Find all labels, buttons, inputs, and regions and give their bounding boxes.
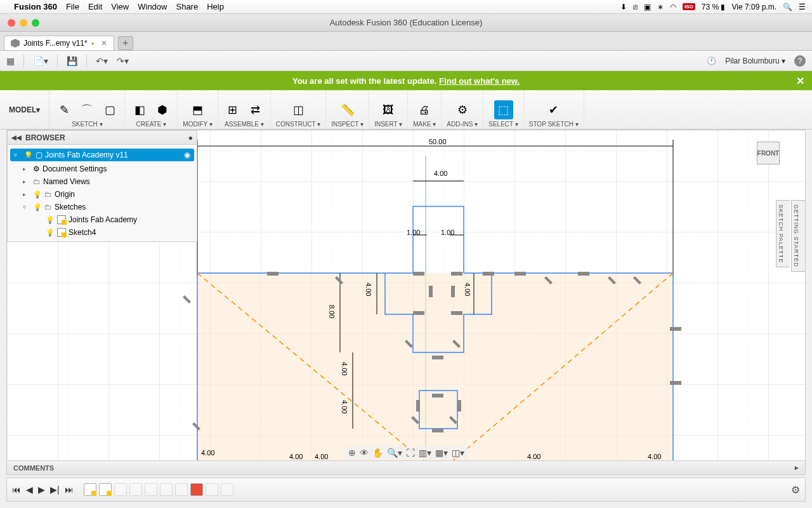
tl-next-icon[interactable]: ▶| xyxy=(50,485,60,495)
look-icon[interactable]: 👁 xyxy=(360,448,369,458)
tl-feature-6[interactable] xyxy=(160,483,173,496)
dim-b3[interactable]: 4.00 xyxy=(527,453,540,460)
ribbon-label[interactable]: ADD-INS ▾ xyxy=(447,121,478,128)
ribbon-icon[interactable]: 🖼 xyxy=(379,100,398,119)
tl-end-icon[interactable]: ⏭ xyxy=(65,485,74,495)
dim-b2[interactable]: 4.00 xyxy=(315,453,328,460)
browser-pin-icon[interactable]: ● xyxy=(188,133,193,142)
app-name[interactable]: Fusion 360 xyxy=(14,2,57,11)
tl-settings-icon[interactable]: ⚙ xyxy=(791,484,800,496)
ribbon-label[interactable]: STOP SKETCH ▾ xyxy=(529,121,579,128)
dim-clear-r[interactable]: 1.00 xyxy=(441,229,454,236)
pan-icon[interactable]: ✋ xyxy=(372,448,383,458)
tl-feature-5[interactable] xyxy=(145,483,157,496)
menu-share[interactable]: Share xyxy=(176,2,198,11)
banner-link[interactable]: Find out what's new. xyxy=(439,76,520,86)
tl-start-icon[interactable]: ⏮ xyxy=(12,485,21,495)
grid-icon[interactable]: ▦▾ xyxy=(435,448,448,458)
new-file-icon[interactable]: 📄▾ xyxy=(33,56,48,66)
ribbon-icon[interactable]: ✎ xyxy=(55,100,74,119)
ribbon-icon[interactable]: ⬚ xyxy=(494,100,513,119)
dim-in-l[interactable]: 4.00 xyxy=(365,283,372,296)
dim-overall[interactable]: 50.00 xyxy=(429,138,447,145)
ribbon-label[interactable]: CONSTRUCT ▾ xyxy=(276,121,320,128)
menu-view[interactable]: View xyxy=(111,2,129,11)
input-flag[interactable]: ISO xyxy=(683,3,695,10)
data-panel-icon[interactable]: ▦ xyxy=(6,56,15,66)
tl-feature-3[interactable] xyxy=(114,483,127,496)
ribbon-icon[interactable]: ▢ xyxy=(100,100,119,119)
fit-icon[interactable]: ⛶ xyxy=(406,448,415,458)
close-tab-icon[interactable]: ✕ xyxy=(101,39,107,48)
ribbon-label[interactable]: MAKE ▾ xyxy=(413,121,436,128)
ribbon-icon[interactable]: ⇄ xyxy=(246,100,265,119)
ribbon-label[interactable]: SKETCH ▾ xyxy=(72,121,102,128)
ribbon-label[interactable]: CREATE ▾ xyxy=(136,121,167,128)
ribbon-icon[interactable]: 📏 xyxy=(338,100,357,119)
viewport-icon[interactable]: ◫▾ xyxy=(452,448,464,458)
ribbon-label[interactable]: SELECT ▾ xyxy=(488,121,518,128)
ribbon-icon[interactable]: ⚙ xyxy=(453,100,472,119)
bluetooth-icon[interactable]: ∗ xyxy=(657,3,664,11)
ribbon-select[interactable]: ⬚SELECT ▾ xyxy=(483,90,524,129)
tree-sketch-2[interactable]: 💡Sketch4 xyxy=(8,226,197,239)
zoom-icon[interactable]: 🔍▾ xyxy=(387,448,402,458)
banner-close-icon[interactable]: ✕ xyxy=(796,75,804,87)
dim-d2[interactable]: 4.00 xyxy=(341,362,348,375)
tl-feature-10[interactable] xyxy=(221,483,233,496)
ribbon-label[interactable]: INSPECT ▾ xyxy=(331,121,363,128)
menu-file[interactable]: File xyxy=(66,2,79,11)
tl-feature-7[interactable] xyxy=(175,483,188,496)
ribbon-inspect[interactable]: 📏INSPECT ▾ xyxy=(326,90,369,129)
collapse-icon[interactable]: ◀◀ xyxy=(11,134,22,141)
clock[interactable]: Vie 7:09 p.m. xyxy=(732,3,777,11)
ribbon-sketch[interactable]: ✎⌒▢SKETCH ▾ xyxy=(49,90,125,129)
activity-icon[interactable]: 🕐 xyxy=(707,57,716,65)
orbit-icon[interactable]: ⊕ xyxy=(348,448,356,458)
palette-getting-started[interactable]: GETTING STARTED xyxy=(791,200,805,272)
menu-window[interactable]: Window xyxy=(138,2,167,11)
redo-icon[interactable]: ↷▾ xyxy=(117,56,129,66)
tl-feature-4[interactable] xyxy=(129,483,142,496)
tl-feature-9[interactable] xyxy=(206,483,218,496)
dim-b1[interactable]: 4.00 xyxy=(289,453,303,460)
dropbox-icon[interactable]: ⬇ xyxy=(620,3,627,11)
ribbon-icon[interactable]: ◧ xyxy=(130,100,149,119)
dim-b4[interactable]: 4.00 xyxy=(648,453,661,460)
ribbon-label[interactable]: INSERT ▾ xyxy=(374,121,402,128)
browser-header[interactable]: ◀◀ BROWSER ● xyxy=(8,131,197,145)
canvas[interactable]: 50.00 4.00 1.00 1.00 8.00 4.00 4.00 4.00… xyxy=(6,130,806,475)
ribbon-icon[interactable]: ✔ xyxy=(544,100,563,119)
display-icon[interactable]: ▣ xyxy=(644,3,651,11)
tl-play-icon[interactable]: ▶ xyxy=(38,485,45,495)
view-cube[interactable]: FRONT xyxy=(750,135,786,171)
dim-d3[interactable]: 4.00 xyxy=(341,400,348,413)
palette-sketch[interactable]: SKETCH PALETTE xyxy=(776,200,790,267)
dim-slot[interactable]: 4.00 xyxy=(434,170,447,177)
ribbon-icon[interactable]: ⬒ xyxy=(188,100,207,119)
ribbon-icon[interactable]: ⬢ xyxy=(153,100,172,119)
help-icon[interactable]: ? xyxy=(794,55,806,67)
menu-edit[interactable]: Edit xyxy=(88,2,102,11)
ribbon-icon[interactable]: ◫ xyxy=(289,100,308,119)
document-tab[interactable]: Joints F...emy v11* ● ✕ xyxy=(4,36,114,50)
tl-sketch-2[interactable] xyxy=(99,483,112,496)
dim-clear-l[interactable]: 1.00 xyxy=(407,229,420,236)
ribbon-stop-sketch[interactable]: ✔STOP SKETCH ▾ xyxy=(524,90,584,129)
comments-bar[interactable]: COMMENTS▸ xyxy=(7,460,805,474)
save-icon[interactable]: 💾 xyxy=(67,56,77,66)
ribbon-add-ins[interactable]: ⚙ADD-INS ▾ xyxy=(442,90,483,129)
tl-prev-icon[interactable]: ◀ xyxy=(26,485,33,495)
ribbon-construct[interactable]: ◫CONSTRUCT ▾ xyxy=(271,90,326,129)
ribbon-create[interactable]: ◧⬢CREATE ▾ xyxy=(125,90,178,129)
display-icon[interactable]: ▥▾ xyxy=(419,448,431,458)
tree-root[interactable]: ▿💡▢ Joints Fab Academy v11◉ xyxy=(10,149,194,161)
ribbon-insert[interactable]: 🖼INSERT ▾ xyxy=(369,90,408,129)
ribbon-assemble[interactable]: ⊞⇄ASSEMBLE ▾ xyxy=(218,90,271,129)
tree-doc-settings[interactable]: ▸⚙Document Settings xyxy=(8,163,197,175)
wifi-icon[interactable]: ◠ xyxy=(670,3,676,11)
dim-in-r[interactable]: 4.00 xyxy=(464,283,471,296)
user-menu[interactable]: Pilar Bolumburu ▾ xyxy=(725,57,785,65)
undo-icon[interactable]: ↶▾ xyxy=(96,56,108,66)
new-tab-button[interactable]: + xyxy=(118,36,133,50)
